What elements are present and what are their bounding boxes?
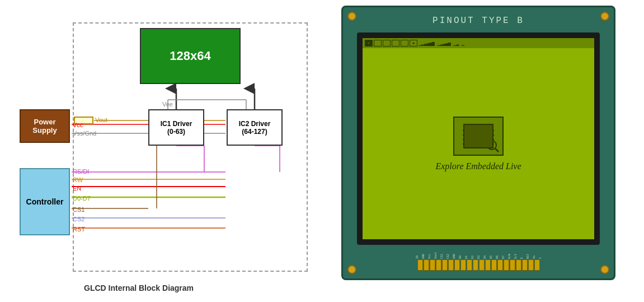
pin-label-strip: 20 GND Vcc Vout CS1 CS2 GND D0 D1 D2 D3 …: [365, 236, 591, 259]
pin-label-vo: Vo: [531, 236, 537, 259]
lcd-screen-frame: ✓ ▪ ▁▂▃▄▅▆ ▁▂▃▄▅ ▁▂ ▁: [357, 32, 600, 245]
vcc-label: Vcc: [73, 122, 83, 128]
pin-label-d4: D4: [482, 236, 487, 259]
pin-label-gnd1: GND: [420, 236, 426, 259]
pin-8: [460, 259, 466, 271]
pin-label-cs1: CS1: [439, 236, 444, 259]
svg-rect-31: [467, 125, 490, 147]
lcd-status-bar: ✓ ▪ ▁▂▃▄▅▆ ▁▂▃▄▅ ▁▂ ▁: [363, 38, 594, 48]
lcd-screen-inner: ✓ ▪ ▁▂▃▄▅▆ ▁▂▃▄▅ ▁▂ ▁: [363, 38, 594, 239]
vssgnd-label: Vss/Gnd: [73, 130, 96, 137]
pinout-title: PINOUT TYPE B: [433, 16, 524, 26]
lcd-display-block: 128x64: [140, 28, 241, 84]
pin-12: [485, 259, 491, 271]
rst-label: RST: [73, 226, 85, 233]
vee-label: Vee: [162, 101, 173, 108]
pin-7: [454, 259, 460, 271]
icon-cell-2: [383, 40, 391, 47]
pin-label-d5: D5: [488, 236, 493, 259]
pin-label-di: D/I: [513, 236, 518, 259]
vout-label: Vout: [95, 117, 107, 123]
pin-13: [491, 259, 497, 271]
pin-label-vcc: Vcc: [426, 236, 432, 259]
corner-circle-bl: [347, 265, 356, 274]
rw-label: RW: [73, 176, 83, 183]
svg-rect-32: [472, 129, 485, 143]
ic1-label: IC1 Driver(0-63): [161, 120, 192, 136]
pin-6: [448, 259, 454, 271]
ic2-label: IC2 Driver(64-127): [239, 120, 271, 136]
d0d7-label: D0-D7: [73, 195, 91, 202]
cs2-label: CS2: [73, 216, 84, 222]
pin-label-1: 1: [537, 236, 543, 259]
pin-label-d0: D0: [457, 236, 463, 259]
pin-19: [528, 259, 534, 271]
pin-10: [473, 259, 478, 271]
main-container: 128x64 IC1 Driver(0-63) IC2 Driver(64-12…: [0, 0, 644, 302]
rs-label: RS/DI: [73, 168, 89, 175]
checkbox-icon: ✓: [365, 40, 373, 47]
power-supply-block: PowerSupply: [20, 109, 70, 143]
cs1-label: CS1: [73, 206, 84, 213]
lcd-module-outer: PINOUT TYPE B ✓ ▪ ▁▂▃▄▅▆ ▁▂▃▄▅ ▁▂ ▁: [341, 6, 615, 280]
en-label: EN: [73, 185, 81, 192]
pin-2: [424, 259, 429, 271]
pin-label-e: E: [519, 236, 524, 259]
pin-14: [497, 259, 503, 271]
pin-strip: [365, 258, 591, 272]
lcd-content-area: Explore Embedded Live: [363, 48, 594, 239]
pin-17: [516, 259, 521, 271]
icon-cell-4: [401, 40, 408, 47]
corner-circle-tr: [600, 12, 609, 21]
pin-4: [436, 259, 441, 271]
svg-point-41: [487, 141, 496, 150]
ic2-driver-block: IC2 Driver(64-127): [227, 109, 283, 146]
ic1-driver-block: IC1 Driver(0-63): [148, 109, 204, 146]
pin-9: [467, 259, 472, 271]
pin-label-vout: Vout: [433, 236, 438, 259]
pin-label-rw: R/W: [506, 236, 512, 259]
pin-label-rst: RST: [525, 236, 530, 259]
pin-label-d6: D6: [494, 236, 500, 259]
icon-cell-5: ▪: [410, 40, 417, 47]
pin-label-20: 20: [414, 236, 420, 259]
controller-label: Controller: [26, 197, 64, 206]
pin-15: [504, 259, 509, 271]
pin-label-d3: D3: [476, 236, 481, 259]
pin-label-d1: D1: [463, 236, 469, 259]
pin-label-gnd2: GND: [451, 236, 457, 259]
pin-label-cs2: CS2: [445, 236, 450, 259]
block-diagram: 128x64 IC1 Driver(0-63) IC2 Driver(64-12…: [11, 6, 325, 297]
svg-line-42: [495, 148, 499, 152]
lcd-module-diagram: PINOUT TYPE B ✓ ▪ ▁▂▃▄▅▆ ▁▂▃▄▅ ▁▂ ▁: [341, 6, 615, 286]
lcd-label: 128x64: [170, 49, 210, 63]
diagram-title: GLCD Internal Block Diagram: [84, 284, 194, 292]
pin-20: [534, 259, 540, 271]
power-supply-label: PowerSupply: [32, 118, 57, 134]
chip-search-icon: [453, 117, 504, 156]
corner-circle-br: [600, 265, 609, 274]
pin-label-d2: D2: [469, 236, 475, 259]
controller-block: Controller: [20, 168, 70, 235]
lcd-text: Explore Embedded Live: [435, 161, 521, 171]
pin-1: [417, 259, 423, 271]
pin-16: [510, 259, 515, 271]
signal-bars: ▁▂▃▄▅▆ ▁▂▃▄▅ ▁▂ ▁: [419, 41, 464, 46]
icon-cell-1: [374, 40, 382, 47]
pin-11: [479, 259, 485, 271]
pin-5: [442, 259, 448, 271]
corner-circle-tl: [347, 12, 356, 21]
pin-label-d7: D7: [500, 236, 506, 259]
icon-cell-3: [392, 40, 399, 47]
pin-3: [430, 259, 435, 271]
pin-18: [522, 259, 528, 271]
